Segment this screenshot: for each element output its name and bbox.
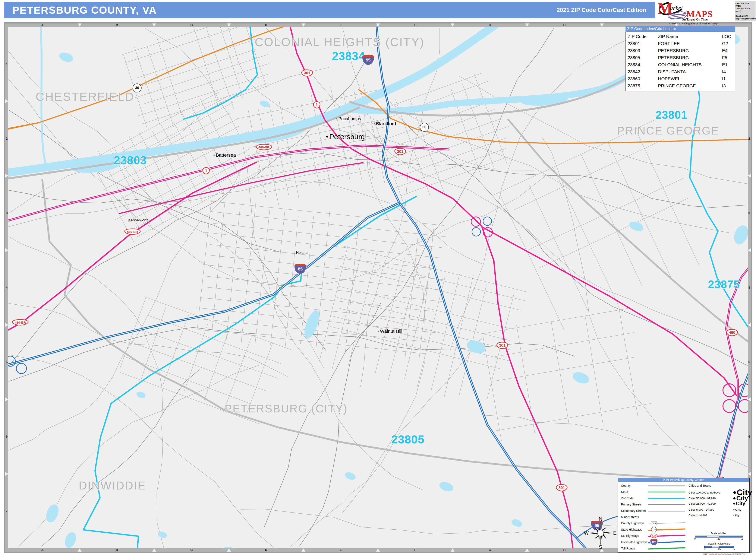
ruler-notch <box>600 24 604 27</box>
zip-name-cell: FORT LEE <box>658 40 722 47</box>
legend-city-sample: City <box>733 514 740 517</box>
table-row: 23803PETERSBURGE4 <box>626 47 735 54</box>
legend-city-sample: City <box>733 501 745 507</box>
zip-loc-cell: I1 <box>722 75 735 82</box>
zip-name-cell: COLONIAL HEIGHTS <box>658 61 722 68</box>
zip-loc-cell: I4 <box>722 68 735 75</box>
grid-letter: E <box>304 548 378 552</box>
legend-line-sample <box>648 498 685 499</box>
zip-loc-cell: E1 <box>722 61 735 68</box>
legend-city-class-label: Cities 1 - 4,999 <box>688 514 707 517</box>
ruler-notch <box>748 323 751 327</box>
scale-miles-tick: 0 <box>694 538 695 540</box>
edition-label: 2021 ZIP Code ColorCast Edition <box>557 7 646 13</box>
legend-item-label: Secondary Streets <box>621 509 646 513</box>
zip-index-table: ZIP Code Index/Grid Locator ZIP CodeZIP … <box>626 26 735 91</box>
zip-name-cell: HOPEWELL <box>658 75 722 82</box>
legend-city-sample: City <box>733 508 741 511</box>
logo-contact-line: 1-888-434-MAPS (6277) <box>735 8 755 12</box>
ruler-notch <box>451 548 454 552</box>
legend-item-label: State <box>621 490 628 494</box>
legend-line-sample <box>648 511 685 511</box>
legend-title: 2021 Petersburg County, VA Map <box>618 478 749 482</box>
zip-name-cell: PETERSBURG <box>658 54 722 61</box>
legend-us-badge-icon: 123 <box>650 533 658 538</box>
grid-letter: H <box>527 23 602 27</box>
legend-body: CountyStateZIP CodePrimary StreetsSecond… <box>618 482 749 553</box>
legend-line-sample <box>648 547 685 549</box>
scale-km-tick: .5 <box>733 548 734 550</box>
grid-letter: B <box>80 548 154 552</box>
grid-number: 4 <box>748 286 751 289</box>
legend-city-dot-icon <box>733 491 736 494</box>
grid-number: 1 <box>5 62 8 66</box>
ruler-notch <box>525 24 529 27</box>
grid-letter: H <box>527 548 602 552</box>
zip-code-cell: 23860 <box>626 75 658 82</box>
legend-fine-print: 2021 © Intelligent Direct, Inc. Nanticok… <box>704 553 745 555</box>
logo-market: arket <box>670 4 683 11</box>
logo-contact-line: EMAIL US AT: <box>735 15 755 17</box>
ruler-notch <box>376 24 380 27</box>
legend: 2021 Petersburg County, VA Map CountySta… <box>618 478 750 553</box>
ruler-notch <box>152 548 156 552</box>
zip-code-cell: 23875 <box>626 82 658 89</box>
legend-city-dot-icon <box>733 515 734 516</box>
grid-letter: G <box>452 23 527 27</box>
scale-km-title: Scale in Kilometers <box>708 542 730 545</box>
legend-interstate-badge-icon: 123 <box>650 539 658 545</box>
table-row: 23801FORT LEEG2 <box>626 40 735 47</box>
zip-code-cell: 23801 <box>626 40 658 47</box>
legend-city-dot-icon <box>733 509 734 510</box>
scale-km-tick: .25 <box>717 548 721 550</box>
title-bar: PETERSBURG COUNTY, VA 2021 ZIP Code Colo… <box>4 2 655 18</box>
grid-letter: B <box>80 23 154 27</box>
grid-number: 6 <box>5 435 8 438</box>
ruler-notch <box>78 548 82 552</box>
grid-letter: C <box>154 23 229 27</box>
table-row: 23875PRINCE GEORGEI3 <box>626 82 735 89</box>
legend-county-badge-icon: 123 <box>651 521 657 525</box>
legend-item-label: State Highways <box>621 528 642 531</box>
legend-item-label: ZIP Code <box>621 497 634 500</box>
zip-code-cell: 23805 <box>626 54 658 61</box>
grid-letter: D <box>229 23 304 27</box>
logo-maps: MAPS <box>686 9 713 19</box>
zip-loc-cell: I3 <box>722 82 735 89</box>
grid-number: 1 <box>748 62 751 66</box>
legend-line-sample <box>648 504 685 505</box>
ruler-notch <box>748 472 751 476</box>
grid-letter: A <box>5 548 80 552</box>
grid-letter: F <box>378 23 452 27</box>
legend-city-class-label: Cities 5,000 - 24,999 <box>688 508 714 511</box>
legend-city-dot-icon <box>733 497 735 499</box>
scale-miles <box>695 536 743 538</box>
grid-letter: E <box>304 23 378 27</box>
legend-line-sample <box>648 491 685 493</box>
grid-number: 7 <box>5 509 8 513</box>
zip-index-header-row: ZIP CodeZIP NameLOC <box>626 33 735 40</box>
zip-index-body: ZIP CodeZIP NameLOC23801FORT LEEG223803P… <box>626 32 735 91</box>
ruler-notch <box>5 323 8 327</box>
ruler-notch <box>525 548 529 552</box>
legend-item-label: Primary Streets <box>621 503 641 506</box>
grid-number: 3 <box>748 211 751 215</box>
ruler-notch <box>376 548 380 552</box>
ruler-notch <box>5 248 8 252</box>
ruler-notch <box>152 24 156 27</box>
legend-city-class-label: Cities 25,000 - 49,999 <box>688 502 716 505</box>
zip-name-cell: DISPUTANTA <box>658 68 722 75</box>
legend-line-sample <box>648 517 685 517</box>
zip-loc-cell: G2 <box>722 40 735 47</box>
scale-miles-tick: .25 <box>717 538 720 540</box>
grid-letter: C <box>154 548 229 552</box>
grid-ruler-left: 1234567 <box>5 27 8 548</box>
legend-city-dot-icon <box>733 503 735 504</box>
zip-index-title: ZIP Code Index/Grid Locator <box>626 26 735 32</box>
grid-letter: A <box>5 23 80 27</box>
marketmaps-logo: M arket MAPS On Target. On Time. America… <box>656 0 733 22</box>
logo-source-line: America's Leading Source of Business Map… <box>653 22 734 25</box>
ruler-notch <box>600 548 604 552</box>
legend-item-label: Toll Roads <box>621 547 635 550</box>
zip-col-header: ZIP Name <box>658 33 722 40</box>
